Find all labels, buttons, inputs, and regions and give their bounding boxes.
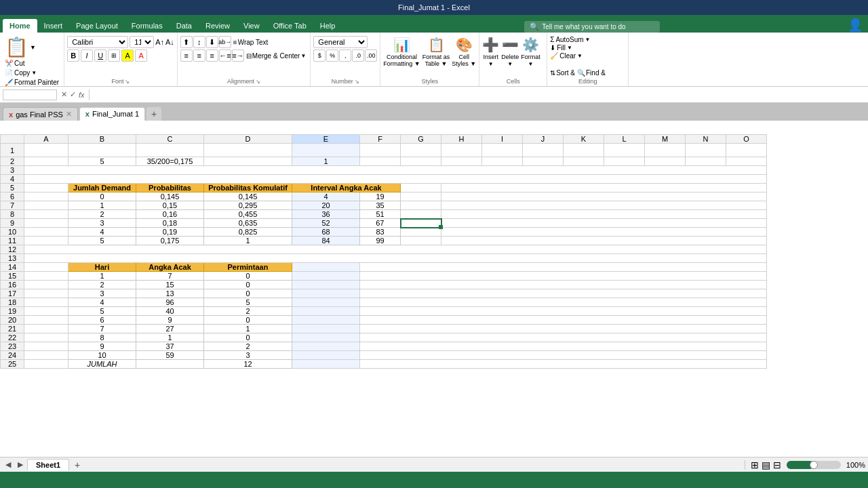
- percent-button[interactable]: %: [326, 49, 338, 62]
- wrap-text-label: Wrap Text: [238, 39, 269, 46]
- format-as-table-button[interactable]: 📋 Format asTable ▼: [422, 37, 450, 67]
- merge-center-button[interactable]: ⊟ Merge & Center ▼: [245, 51, 308, 61]
- border-button[interactable]: ⊞: [108, 49, 120, 62]
- font-format-row: B I U ⊞ A A: [67, 49, 174, 62]
- align-middle-button[interactable]: ↕: [193, 36, 205, 48]
- tab-page-layout[interactable]: Page Layout: [69, 19, 125, 33]
- decrease-indent-button[interactable]: ←≡: [219, 49, 231, 62]
- tab-office-tab[interactable]: Office Tab: [267, 19, 313, 33]
- paste-icon: 📋: [5, 38, 28, 57]
- comma-button[interactable]: ,: [339, 49, 351, 62]
- currency-button[interactable]: $: [313, 49, 326, 62]
- format-button[interactable]: ⚙️ Format ▼: [521, 37, 540, 67]
- cancel-formula-button[interactable]: ✕: [61, 90, 67, 99]
- wrap-text-button[interactable]: ≡ Wrap Text: [232, 36, 270, 48]
- fill-button[interactable]: ⬇ Fill ▼: [550, 44, 625, 52]
- delete-label: Delete: [501, 54, 519, 60]
- font-group-label: Font ↘: [67, 78, 174, 85]
- align-bottom-button[interactable]: ⬇: [206, 36, 218, 48]
- conditional-formatting-button[interactable]: 📊 ConditionalFormatting ▼: [383, 37, 420, 67]
- ribbon-toolbar: 📋 ▼ ✂️ Cut 📄 Copy ▼ 🖌️ Format Painter Cl…: [0, 33, 868, 87]
- format-painter-label: Format Painter: [14, 79, 59, 86]
- formula-input[interactable]: [92, 91, 865, 99]
- tab-insert[interactable]: Insert: [37, 19, 70, 33]
- ribbon-group-editing: Σ AutoSum ▼ ⬇ Fill ▼ 🧹 Clear ▼ ⇅ Sort & …: [547, 33, 629, 86]
- cell-styles-button[interactable]: 🎨 CellStyles ▼: [452, 37, 476, 67]
- ribbon-tab-bar: Home Insert Page Layout Formulas Data Re…: [0, 15, 868, 33]
- insert-function-button[interactable]: fx: [79, 91, 85, 99]
- sort-filter-label: Sort &: [556, 69, 575, 77]
- confirm-formula-button[interactable]: ✓: [70, 90, 76, 99]
- sort-filter-button[interactable]: ⇅ Sort &: [550, 69, 576, 77]
- tab-help[interactable]: Help: [313, 19, 342, 33]
- font-name-row: Calibri 11 A↑ A↓: [67, 36, 174, 48]
- cut-button[interactable]: ✂️ Cut: [3, 59, 61, 68]
- wrap-text-icon: ≡: [233, 39, 237, 46]
- decrease-decimal-button[interactable]: .0: [352, 49, 364, 62]
- fill-label: Fill: [557, 44, 566, 52]
- insert-button[interactable]: ➕ Insert ▼: [482, 37, 499, 67]
- merge-label: Merge & Center: [252, 52, 300, 60]
- number-format-row: $ % , .0 .00: [313, 49, 377, 62]
- autosum-button[interactable]: Σ AutoSum ▼: [550, 36, 625, 43]
- tab-data[interactable]: Data: [170, 19, 199, 33]
- alignment-group-label: Alignment ↘: [180, 78, 308, 85]
- italic-button[interactable]: I: [81, 49, 93, 62]
- format-painter-icon: 🖌️: [5, 79, 13, 86]
- bold-button[interactable]: B: [67, 49, 79, 62]
- decrease-font-button[interactable]: A↓: [165, 38, 174, 46]
- search-bar[interactable]: 🔍 Tell me what you want to do: [524, 21, 660, 33]
- font-name-select[interactable]: Calibri: [67, 36, 128, 48]
- clear-button[interactable]: 🧹 Clear ▼: [550, 52, 625, 60]
- orientation-button[interactable]: ab→: [219, 36, 231, 48]
- align-right-button[interactable]: ≡: [206, 49, 218, 62]
- editing-group-label: Editing: [550, 78, 625, 85]
- font-size-select[interactable]: 11: [130, 36, 154, 48]
- align-top-button[interactable]: ⬆: [180, 36, 193, 48]
- autosum-icon: Σ: [550, 36, 554, 43]
- search-icon: 🔍: [530, 22, 539, 31]
- doc-tab-final-icon: x: [85, 110, 90, 118]
- number-group-label: Number ↘: [313, 78, 377, 85]
- cut-label: Cut: [14, 60, 25, 67]
- doc-tab-bar: x gas Final PSS ✕ x Final_Jumat 1 +: [0, 103, 868, 121]
- paste-dropdown-arrow: ▼: [30, 44, 36, 51]
- format-as-table-label: Format asTable ▼: [422, 54, 450, 67]
- tab-view[interactable]: View: [237, 19, 267, 33]
- new-tab-button[interactable]: +: [146, 107, 161, 121]
- tab-review[interactable]: Review: [199, 19, 237, 33]
- align-left-button[interactable]: ≡: [180, 49, 193, 62]
- formula-divider: [89, 89, 90, 100]
- underline-button[interactable]: U: [94, 49, 106, 62]
- align-row-1: ⬆ ↕ ⬇ ab→ ≡ Wrap Text: [180, 36, 308, 48]
- merge-icon: ⊟: [246, 52, 252, 60]
- find-select-button[interactable]: 🔍 Find &: [577, 69, 606, 77]
- increase-indent-button[interactable]: ≡→: [232, 49, 244, 62]
- increase-font-button[interactable]: A↑: [155, 38, 164, 46]
- doc-tab-final[interactable]: x Final_Jumat 1: [79, 107, 145, 121]
- ribbon-group-cells: ➕ Insert ▼ ➖ Delete ▼ ⚙️ Format ▼ Cells: [479, 33, 547, 86]
- paste-button[interactable]: 📋 ▼: [3, 37, 61, 58]
- delete-button[interactable]: ➖ Delete ▼: [501, 37, 519, 67]
- insert-icon: ➕: [482, 37, 499, 53]
- formula-controls: ✕ ✓ fx: [60, 90, 86, 99]
- user-icon[interactable]: 👤: [842, 18, 868, 33]
- doc-tab-gas-close[interactable]: ✕: [66, 110, 72, 119]
- format-painter-button[interactable]: 🖌️ Format Painter: [3, 78, 61, 87]
- copy-button[interactable]: 📄 Copy ▼: [3, 68, 61, 77]
- increase-decimal-button[interactable]: .00: [365, 49, 377, 62]
- tab-home[interactable]: Home: [3, 19, 37, 33]
- insert-arrow: ▼: [488, 61, 494, 67]
- tab-formulas[interactable]: Formulas: [125, 19, 170, 33]
- styles-group-label: Styles: [383, 78, 476, 85]
- highlight-button[interactable]: A: [121, 49, 134, 62]
- ribbon-group-clipboard: 📋 ▼ ✂️ Cut 📄 Copy ▼ 🖌️ Format Painter Cl…: [0, 33, 64, 86]
- clear-label: Clear: [559, 52, 576, 60]
- insert-label: Insert: [483, 54, 498, 60]
- name-box[interactable]: [3, 89, 57, 100]
- align-center-button[interactable]: ≡: [193, 49, 205, 62]
- doc-tab-gas[interactable]: x gas Final PSS ✕: [3, 107, 78, 121]
- fill-icon: ⬇: [550, 44, 555, 52]
- font-color-button[interactable]: A: [135, 49, 147, 62]
- number-format-select[interactable]: General: [313, 36, 368, 48]
